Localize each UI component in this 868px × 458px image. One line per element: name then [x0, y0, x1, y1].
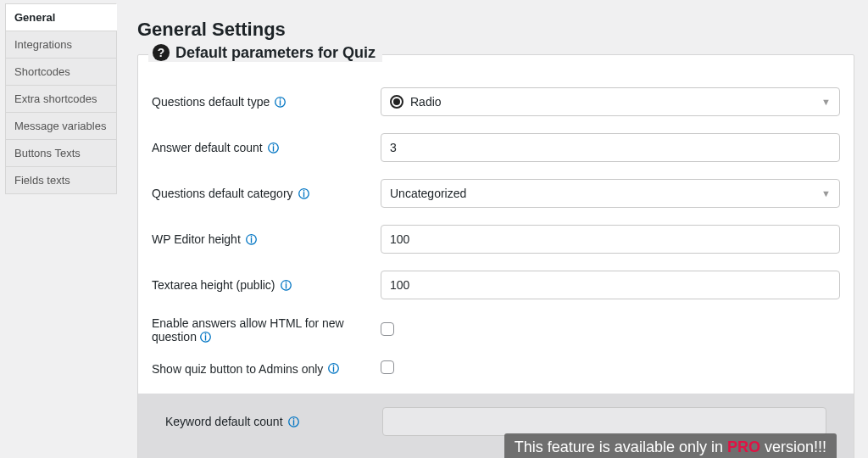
sidebar-item-label: Extra shortcodes: [14, 92, 97, 105]
pro-banner-prefix: This feature is available only in: [515, 438, 727, 455]
label-allow-html: Enable answers allow HTML for new questi…: [152, 316, 367, 344]
svg-text:?: ?: [158, 47, 164, 59]
info-icon[interactable]: ⓘ: [275, 97, 286, 108]
row-question-type: Questions default type ⓘ Radio ▼: [152, 79, 840, 125]
sidebar-item-fields-texts[interactable]: Fields texts: [5, 166, 117, 194]
sidebar-item-buttons-texts[interactable]: Buttons Texts: [5, 139, 117, 167]
sidebar-item-label: Shortcodes: [14, 65, 70, 78]
info-icon[interactable]: ⓘ: [281, 280, 292, 291]
info-icon[interactable]: ⓘ: [268, 142, 279, 154]
checkbox-admins-only[interactable]: [381, 360, 394, 374]
row-answer-count: Answer default count ⓘ: [152, 125, 840, 170]
sidebar-item-shortcodes[interactable]: Shortcodes: [5, 58, 117, 86]
sidebar-item-message-variables[interactable]: Message variables: [5, 112, 117, 140]
sidebar-item-label: Integrations: [14, 38, 72, 51]
select-value: Radio: [410, 95, 442, 109]
sidebar-item-label: General: [14, 11, 55, 24]
row-editor-height: WP Editor height ⓘ: [152, 216, 840, 262]
sidebar: General Integrations Shortcodes Extra sh…: [5, 3, 117, 458]
panel-title: Default parameters for Quiz: [175, 44, 376, 62]
info-icon[interactable]: ⓘ: [298, 188, 309, 199]
label-answer-count: Answer default count: [152, 141, 263, 154]
sidebar-item-extra-shortcodes[interactable]: Extra shortcodes: [5, 85, 117, 113]
row-question-category: Questions default category ⓘ Uncategoriz…: [152, 170, 840, 216]
sidebar-item-label: Message variables: [14, 120, 106, 132]
row-keyword-count: Keyword default count ⓘ: [165, 407, 826, 436]
row-allow-html: Enable answers allow HTML for new questi…: [152, 308, 840, 352]
info-icon[interactable]: ⓘ: [200, 332, 211, 343]
content: General Settings ? Default parameters fo…: [117, 3, 868, 458]
info-icon[interactable]: ⓘ: [328, 363, 339, 374]
label-admins-only: Show quiz button to Admins only: [152, 362, 323, 376]
select-question-type[interactable]: Radio ▼: [381, 87, 840, 116]
info-icon[interactable]: ⓘ: [246, 234, 257, 245]
checkbox-allow-html[interactable]: [381, 322, 394, 336]
select-question-category[interactable]: Uncategorized ▼: [381, 179, 840, 208]
panel-default-parameters: ? Default parameters for Quiz Questions …: [137, 54, 854, 458]
input-editor-height[interactable]: [381, 225, 840, 254]
sidebar-item-label: Fields texts: [14, 174, 70, 187]
pro-banner-pro[interactable]: PRO: [727, 438, 760, 455]
input-keyword-count: [382, 407, 826, 436]
label-textarea-height: Textarea height (public): [152, 278, 275, 292]
select-value: Uncategorized: [390, 187, 466, 200]
radio-icon: [390, 95, 403, 109]
info-icon[interactable]: ⓘ: [288, 416, 299, 427]
label-editor-height: WP Editor height: [152, 232, 241, 246]
pro-banner-suffix: version!!!: [760, 438, 826, 455]
input-textarea-height[interactable]: [381, 271, 840, 299]
row-textarea-height: Textarea height (public) ⓘ: [152, 262, 840, 308]
label-keyword-count: Keyword default count: [165, 415, 283, 428]
panel-header: ? Default parameters for Quiz: [148, 43, 382, 62]
input-answer-count[interactable]: [381, 133, 840, 162]
sidebar-item-label: Buttons Texts: [14, 147, 81, 159]
row-admins-only: Show quiz button to Admins only ⓘ: [152, 352, 840, 385]
chevron-down-icon: ▼: [821, 188, 831, 198]
label-question-type: Questions default type: [152, 95, 270, 109]
question-circle-icon: ?: [152, 43, 170, 62]
sidebar-item-integrations[interactable]: Integrations: [5, 31, 117, 59]
chevron-down-icon: ▼: [821, 97, 831, 107]
pro-block: Keyword default count ⓘ This feature is …: [138, 394, 854, 458]
pro-banner: This feature is available only in PRO ve…: [504, 433, 837, 458]
label-question-category: Questions default category: [152, 187, 293, 200]
sidebar-item-general[interactable]: General: [5, 3, 117, 31]
